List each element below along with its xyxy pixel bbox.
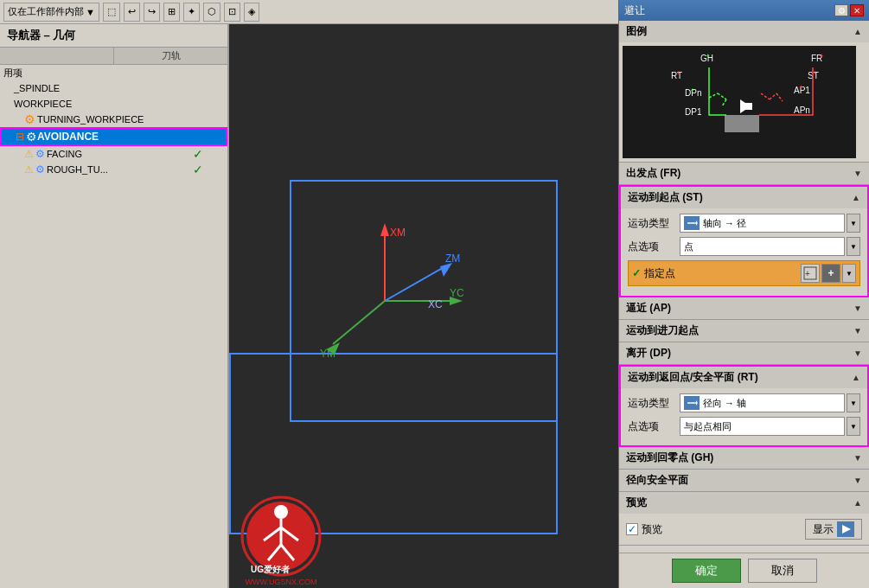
tree-item-avoidance[interactable]: ⊟ ⚙ AVOIDANCE (0, 127, 227, 146)
dialog-titlebar: 避让 ⚙ ✕ (619, 0, 869, 21)
point-add-btn[interactable]: + (821, 264, 840, 283)
fr-header[interactable]: 出发点 (FR) ▼ (619, 163, 869, 184)
toolbar-dropdown[interactable]: 仅在工作部件内部 ▼ (3, 3, 99, 22)
tree-item-yong[interactable]: 用项 (0, 65, 227, 80)
toolbar-btn-7[interactable]: ⊡ (224, 3, 240, 22)
preview-header[interactable]: 预览 ▲ (619, 492, 869, 514)
gh-header[interactable]: 运动到回零点 (GH) ▼ (619, 447, 869, 469)
rt-point-option-control: 与起点相同 ▼ (680, 417, 860, 436)
point-dropdown-btn[interactable]: ▼ (842, 264, 856, 283)
preview-checkbox-label[interactable]: ✓ 预览 (626, 522, 662, 537)
svg-text:DP1: DP1 (685, 107, 702, 117)
specify-check-icon: ✓ (632, 267, 641, 279)
section-rt: 运动到返回点/安全平面 (RT) ▲ 运动类型 径向 → 轴 ▼ (619, 365, 869, 447)
svg-marker-46 (696, 220, 698, 226)
tree-item-turning[interactable]: ⚙ TURNING_WORKPIECE (0, 112, 227, 127)
col-name (0, 48, 113, 64)
rt-motion-type-value: 径向 → 轴 (703, 397, 840, 410)
section-radial: 径向安全平面 ▼ (619, 470, 869, 492)
tree-item-spindle[interactable]: _SPINDLE (0, 80, 227, 96)
rough-icon: ⚙ (35, 163, 45, 176)
toolbar-btn-5[interactable]: ✦ (183, 3, 200, 22)
section-fr: 出发点 (FR) ▼ (619, 163, 869, 185)
svg-text:ZM: ZM (445, 252, 460, 265)
point-option-select[interactable]: 点 (680, 237, 845, 256)
axes-svg: XM YC YM ZM XC (316, 214, 489, 370)
st-collapse-icon: ▲ (852, 193, 860, 202)
dp-collapse-icon: ▼ (853, 348, 862, 358)
display-button[interactable]: 显示 (805, 519, 862, 540)
ap-header[interactable]: 逼近 (AP) ▼ (619, 297, 869, 319)
svg-text:+: + (820, 52, 824, 60)
svg-marker-50 (696, 400, 698, 406)
move-to-start-header[interactable]: 运动到进刀起点 ▼ (619, 320, 869, 342)
specify-label: ✓ 指定点 (632, 266, 801, 281)
point-option-arrow[interactable]: ▼ (847, 237, 860, 256)
rt-motion-type-arrow[interactable]: ▼ (847, 393, 860, 412)
legend-diagram: GH + FR + RT + ST + DPn + AP1 + DP1 (623, 46, 856, 158)
cancel-button[interactable]: 取消 (748, 559, 817, 583)
section-gh: 运动到回零点 (GH) ▼ (619, 447, 869, 470)
col-blade: 刀轨 (113, 48, 227, 64)
point-select-btn[interactable]: + (801, 264, 820, 283)
rough-warning-icon: ⚠ (24, 163, 34, 176)
motion-type-arrow[interactable]: ▼ (847, 214, 860, 233)
tree-item-facing[interactable]: ⚠ ⚙ FACING ✓ (0, 146, 227, 162)
toolbar-btn-4[interactable]: ⊞ (163, 3, 180, 22)
legend-header[interactable]: 图例 ▲ (619, 21, 869, 42)
section-st: 运动到起点 (ST) ▲ 运动类型 轴向 → 径 ▼ 点选项 (619, 185, 869, 297)
legend-content: GH + FR + RT + ST + DPn + AP1 + DP1 (619, 42, 869, 162)
rt-motion-type-row: 运动类型 径向 → 轴 ▼ (628, 393, 860, 412)
dp-header[interactable]: 离开 (DP) ▼ (619, 342, 869, 364)
motion-type-value: 轴向 → 径 (703, 217, 840, 230)
svg-text:+: + (799, 83, 803, 91)
st-header[interactable]: 运动到起点 (ST) ▲ (621, 187, 867, 208)
motion-type-label: 运动类型 (628, 216, 680, 231)
rt-motion-type-label: 运动类型 (628, 396, 680, 411)
section-ap: 逼近 (AP) ▼ (619, 297, 869, 320)
radial-collapse-icon: ▼ (853, 476, 862, 485)
rt-header[interactable]: 运动到返回点/安全平面 (RT) ▲ (621, 367, 867, 388)
toolbar-btn-6[interactable]: ⬡ (203, 3, 220, 22)
gh-collapse-icon: ▼ (853, 453, 862, 463)
toolbar-btn-8[interactable]: ◈ (244, 3, 259, 22)
display-label: 显示 (813, 522, 834, 537)
preview-checkbox[interactable]: ✓ (626, 523, 638, 535)
rt-point-option-arrow[interactable]: ▼ (847, 417, 860, 436)
toolbar-btn-3[interactable]: ↪ (144, 3, 160, 22)
settings-icon[interactable]: ⚙ (834, 4, 848, 16)
ok-button[interactable]: 确定 (672, 559, 741, 583)
move-to-start-label: 运动到进刀起点 (626, 323, 699, 338)
dropdown-arrow-icon: ▼ (86, 7, 95, 17)
point-buttons: + + ▼ (801, 264, 856, 283)
tree-item-rough[interactable]: ⚠ ⚙ ROUGH_TU... ✓ (0, 162, 227, 177)
rt-point-option-select[interactable]: 与起点相同 (680, 417, 845, 436)
specify-point-row: ✓ 指定点 + + ▼ (628, 260, 860, 286)
point-option-row: 点选项 点 ▼ (628, 237, 860, 256)
rt-motion-type-select[interactable]: 径向 → 轴 (680, 393, 845, 412)
rt-collapse-icon: ▲ (852, 373, 860, 382)
svg-text:+: + (690, 86, 694, 94)
item-label-workpiece: WORKPIECE (14, 99, 224, 109)
toolbar-btn-2[interactable]: ↩ (124, 3, 140, 22)
motion-type-control: 轴向 → 径 ▼ (680, 214, 860, 233)
close-icon[interactable]: ✕ (850, 4, 864, 16)
rt-motion-type-icon (684, 396, 700, 410)
checkbox-check-icon: ✓ (628, 523, 636, 535)
tree-item-workpiece[interactable]: WORKPIECE (0, 96, 227, 112)
logo-watermark: UG爱好者 WWW.UGSNX.COM (238, 493, 324, 579)
toolbar-btn-1[interactable]: ⬚ (103, 3, 120, 22)
svg-text:+: + (706, 52, 710, 60)
item-label-yong: 用项 (3, 67, 224, 80)
section-legend: 图例 ▲ GH + FR + RT + ST + DPn + (619, 21, 869, 163)
svg-text:XM: XM (390, 227, 406, 239)
svg-line-40 (770, 93, 776, 99)
motion-type-select[interactable]: 轴向 → 径 (680, 214, 845, 233)
st-content: 运动类型 轴向 → 径 ▼ 点选项 点 (621, 208, 867, 296)
item-label-facing: FACING (47, 149, 172, 159)
radial-header[interactable]: 径向安全平面 ▼ (619, 470, 869, 491)
rt-point-option-label: 点选项 (628, 419, 680, 434)
move-to-start-collapse-icon: ▼ (853, 326, 862, 336)
svg-rect-43 (742, 103, 752, 110)
gh-label: 运动到回零点 (GH) (626, 451, 713, 465)
